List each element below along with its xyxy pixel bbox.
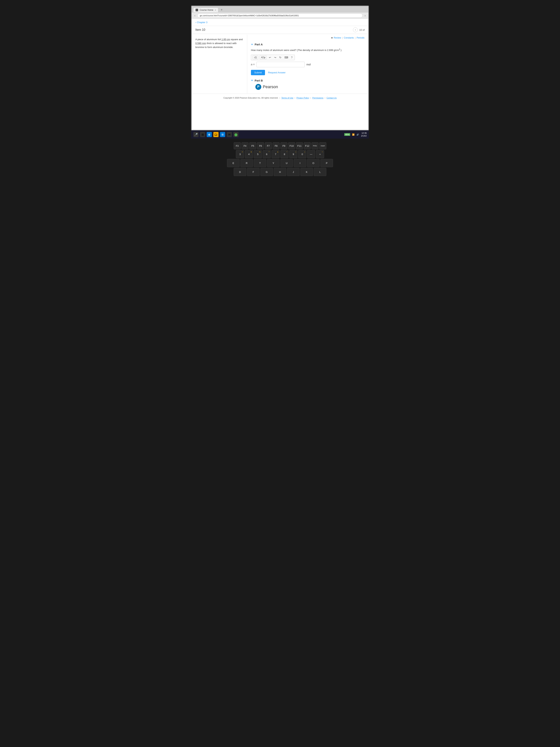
problem-text: A piece of aluminum foil 1.00 cm square … [195,37,243,49]
part-a-section: ▼ Part A How many moles of aluminum were… [251,43,365,75]
answer-input[interactable] [257,62,304,67]
key-l[interactable]: L [314,168,326,176]
key-f11[interactable]: F11 [296,142,303,149]
widget-icon[interactable]: ⊞ [200,132,205,137]
redo-btn[interactable]: ↪ [273,56,277,59]
permissions-link[interactable]: Permissions [312,97,323,99]
request-answer-link[interactable]: Request Answer [268,71,286,74]
mail-icon[interactable]: ✉ [227,132,232,137]
key-d[interactable]: D [234,168,246,176]
key-g[interactable]: G [260,168,273,176]
constants-link[interactable]: Constants [344,36,354,39]
clock: 12:36 [361,132,367,134]
tab-bar: Course Home × + [192,6,368,12]
mic-icon[interactable]: 🎤 [193,132,198,137]
key-f6[interactable]: F6 [257,142,264,149]
contact-link[interactable]: Contact Us [326,97,337,99]
page-footer: Copyright © 2020 Pearson Education Inc. … [192,94,368,102]
part-a-collapse[interactable]: ▼ [251,43,253,46]
part-b-section: ▼ Part B P Pearson [251,79,365,90]
breadcrumb-link[interactable]: ‹ Chapter 3 [195,21,207,24]
key-h[interactable]: H [274,168,286,176]
key-i[interactable]: I [294,159,306,167]
submit-button[interactable]: Submit [251,70,265,75]
key-f3[interactable]: F3 [234,142,241,149]
pearson-logo: P Pearson [256,84,365,90]
key-r[interactable]: R [240,159,253,167]
periodic-link[interactable]: Periodic [357,36,365,39]
review-link[interactable]: Review [334,36,341,39]
browser-chrome: Course Home × + ‹ ge.com/course.html?cou… [192,6,368,19]
help-btn[interactable]: ? [290,56,293,59]
var-label: n = [251,63,255,66]
key-8[interactable]: *8 [281,150,289,158]
forward-button[interactable]: › [364,14,367,18]
time-block: 12:36 2/14/2 [361,132,367,137]
breadcrumb-bar: ‹ Chapter 3 [192,19,368,26]
key-4[interactable]: $4 [245,150,253,158]
undo-btn[interactable]: ↩ [268,56,272,59]
key-prtsc[interactable]: PrtSc [312,142,319,149]
key-f8[interactable]: F8 [273,142,279,149]
math-toolbar: √∏ ΑΣφ ↩ ↪ ↻ ⌨ ? [251,55,295,60]
tab-favicon [195,9,198,11]
key-5[interactable]: %5 [254,150,262,158]
greek-btn[interactable]: ΑΣφ [260,56,266,59]
page-content: ‹ Chapter 3 Item 10 ‹ 10 of A piece of a… [192,19,368,130]
back-button[interactable]: ‹ [193,14,196,18]
key-f4[interactable]: F4 [241,142,248,149]
browser-tab-active[interactable]: Course Home × [193,7,218,12]
windows-icon[interactable]: ⊞ [220,132,225,137]
key-u[interactable]: U [281,159,293,167]
key-j[interactable]: J [287,168,300,176]
key-k[interactable]: K [300,168,313,176]
privacy-link[interactable]: Privacy Policy [296,97,309,99]
keyboard-btn[interactable]: ⌨ [284,56,289,59]
url-bar[interactable]: ge.com/course.html?courseId=15807691&Ope… [197,14,363,18]
part-b-header: ▼ Part B [251,79,365,82]
nav-arrows: ‹ 10 of [353,27,365,32]
address-bar-row: ‹ ge.com/course.html?courseId=15807691&O… [192,12,368,19]
key-f7[interactable]: F7 [265,142,272,149]
key-f10[interactable]: F10 [288,142,295,149]
review-bar: ■ Review | Constants | Periodic [251,35,365,41]
key-6[interactable]: ^6 [263,150,271,158]
footer-copyright: Copyright © 2020 Pearson Education Inc. … [223,97,278,99]
part-b-collapse[interactable]: ▼ [251,79,253,82]
keyboard-row-numbers: #3 $4 %5 ^6 &7 *8 (9 )0 — += [193,150,367,158]
key-0[interactable]: )0 [298,150,306,158]
refresh-btn[interactable]: ↻ [278,56,282,59]
key-p[interactable]: P [320,159,333,167]
main-layout: A piece of aluminum foil 1.00 cm square … [192,35,368,94]
key-o[interactable]: O [307,159,320,167]
key-insert[interactable]: Insert [319,142,326,149]
highlight-cm: 1.00 cm [221,38,230,41]
key-3[interactable]: #3 [236,150,244,158]
prev-item-btn[interactable]: ‹ [353,27,358,32]
review-icon: ■ [331,36,332,39]
formula-btn[interactable]: √∏ [252,56,258,59]
edge-icon[interactable]: e [207,132,212,137]
key-f9[interactable]: F9 [281,142,287,149]
key-9[interactable]: (9 [289,150,297,158]
key-e[interactable]: E [227,159,240,167]
tab-title: Course Home [199,9,213,11]
terms-link[interactable]: Terms of Use [281,97,293,99]
key-y[interactable]: Y [267,159,279,167]
keyboard-area: F3 F4 F5 F6 F7 F8 F9 F10 F11 F12 PrtSc I… [191,138,369,184]
key-7[interactable]: &7 [271,150,279,158]
key-equals[interactable]: += [316,150,324,158]
taskbar-right: 45% 📶 🔊 12:36 2/14/2 [344,132,367,137]
speaker-icon: 🔊 [356,133,359,136]
key-t[interactable]: T [254,159,266,167]
item-count: 10 of [359,28,365,31]
file-icon[interactable]: 🗂 [213,132,218,137]
tab-close-btn[interactable]: × [215,9,216,11]
chrome-icon[interactable]: ⬤ [233,132,239,137]
key-f5[interactable]: F5 [249,142,256,149]
key-minus[interactable]: — [307,150,315,158]
new-tab-button[interactable]: + [219,7,224,12]
action-buttons: Submit Request Answer [251,70,365,75]
key-f12[interactable]: F12 [304,142,311,149]
key-f[interactable]: F [247,168,260,176]
